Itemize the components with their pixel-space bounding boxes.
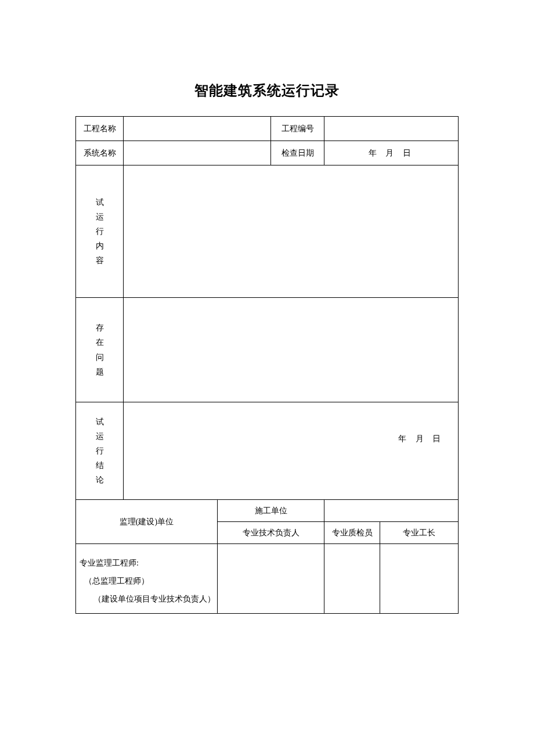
value-project-name[interactable]	[124, 117, 271, 141]
label-check-date: 检查日期	[271, 141, 324, 165]
label-tech-lead: 专业技术负责人	[217, 522, 324, 544]
document-title: 智能建筑系统运行记录	[75, 81, 459, 100]
value-check-date[interactable]: 年 月 日	[324, 141, 459, 165]
label-qc-inspector: 专业质检员	[324, 522, 380, 544]
row-trial-content: 试 运 行 内 容	[76, 165, 459, 298]
label-supervision-unit: 监理(建设)单位	[76, 500, 218, 544]
row-issues: 存 在 问 题	[76, 298, 459, 402]
value-project-no[interactable]	[324, 117, 459, 141]
value-tech-lead[interactable]	[217, 544, 324, 614]
value-construction-unit[interactable]	[324, 500, 459, 522]
row-unit-header-1: 监理(建设)单位 施工单位	[76, 500, 459, 522]
label-project-no: 工程编号	[271, 117, 324, 141]
value-trial-content[interactable]	[124, 165, 459, 298]
value-issues[interactable]	[124, 298, 459, 402]
label-project-name: 工程名称	[76, 117, 124, 141]
label-construction-unit: 施工单位	[217, 500, 324, 522]
form-table: 工程名称 工程编号 系统名称 检查日期 年 月 日 试 运 行 内 容 存 在 …	[75, 116, 459, 614]
label-conclusion: 试 运 行 结 论	[76, 402, 124, 500]
row-conclusion: 试 运 行 结 论 年 月 日	[76, 402, 459, 500]
label-system-name: 系统名称	[76, 141, 124, 165]
sig-line-engineer: 专业监理工程师:	[80, 555, 217, 573]
label-issues-text: 存 在 问 题	[96, 323, 104, 376]
label-issues: 存 在 问 题	[76, 298, 124, 402]
supervision-signature-area[interactable]: 专业监理工程师: （总监理工程师） （建设单位项目专业技术负责人）	[76, 544, 218, 614]
row-project: 工程名称 工程编号	[76, 117, 459, 141]
value-qc-inspector[interactable]	[324, 544, 380, 614]
sig-line-owner-tech: （建设单位项目专业技术负责人）	[80, 591, 217, 609]
conclusion-date: 年 月 日	[398, 434, 444, 444]
page: 智能建筑系统运行记录 工程名称 工程编号 系统名称 检查日期 年 月 日 试 运…	[0, 0, 534, 756]
label-conclusion-text: 试 运 行 结 论	[96, 417, 104, 485]
label-trial-content-text: 试 运 行 内 容	[96, 198, 104, 265]
label-foreman: 专业工长	[380, 522, 458, 544]
sig-line-chief: （总监理工程师）	[80, 573, 217, 591]
row-signatures: 专业监理工程师: （总监理工程师） （建设单位项目专业技术负责人）	[76, 544, 459, 614]
value-system-name[interactable]	[124, 141, 271, 165]
value-foreman[interactable]	[380, 544, 458, 614]
label-trial-content: 试 运 行 内 容	[76, 165, 124, 298]
value-conclusion[interactable]: 年 月 日	[124, 402, 459, 500]
row-system: 系统名称 检查日期 年 月 日	[76, 141, 459, 165]
